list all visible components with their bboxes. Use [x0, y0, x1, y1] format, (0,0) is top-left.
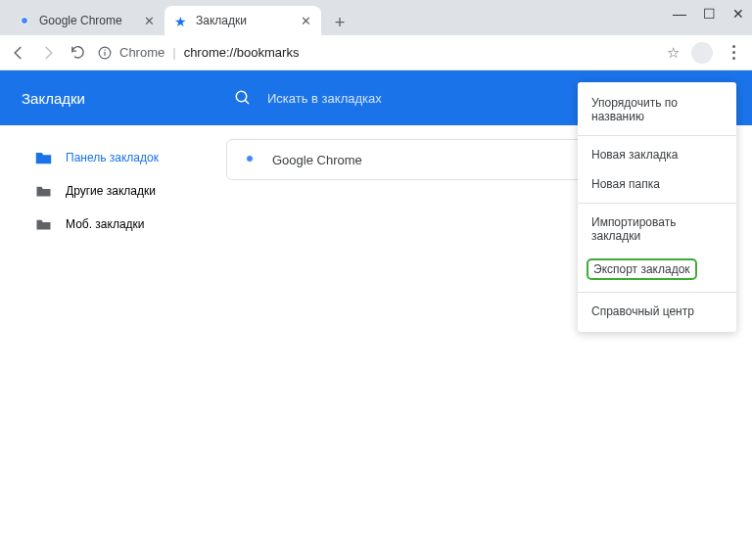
address-bar: Chrome | chrome://bookmarks ☆ [0, 35, 752, 70]
sidebar-label: Другие закладки [66, 184, 156, 198]
address-prefix: Chrome [119, 45, 164, 60]
chrome-icon [18, 14, 31, 27]
window-controls: — ☐ ✕ [674, 8, 744, 20]
tab-bookmarks[interactable]: ★ Закладки ✕ [164, 6, 321, 35]
close-window-button[interactable]: ✕ [732, 8, 744, 20]
svg-rect-2 [104, 49, 105, 50]
folder-icon [35, 217, 52, 231]
star-icon: ★ [174, 14, 188, 27]
reload-button[interactable] [69, 44, 86, 62]
close-tab-icon[interactable]: ✕ [301, 14, 311, 28]
sidebar-item-bookmarks-bar[interactable]: Панель закладок [0, 141, 220, 174]
svg-rect-1 [104, 51, 105, 55]
menu-export-bookmarks[interactable]: Экспорт закладок [578, 251, 736, 288]
browser-menu-button[interactable] [725, 45, 742, 60]
menu-divider [578, 203, 736, 204]
minimize-button[interactable]: — [674, 8, 685, 20]
site-info-icon [98, 46, 112, 60]
maximize-button[interactable]: ☐ [703, 8, 715, 20]
svg-point-3 [236, 91, 247, 102]
folder-icon [35, 184, 52, 198]
tab-label: Google Chrome [39, 14, 122, 27]
menu-new-folder[interactable]: Новая папка [578, 169, 736, 199]
back-button[interactable] [10, 44, 27, 62]
search-placeholder: Искать в закладках [267, 91, 382, 106]
svg-line-4 [245, 100, 249, 104]
profile-avatar[interactable] [691, 42, 713, 64]
menu-new-bookmark[interactable]: Новая закладка [578, 140, 736, 169]
sidebar-item-other-bookmarks[interactable]: Другие закладки [0, 174, 220, 208]
sidebar-label: Моб. закладки [66, 217, 145, 231]
tab-label: Закладки [196, 14, 247, 27]
new-tab-button[interactable]: + [327, 10, 352, 35]
chrome-icon [243, 152, 258, 167]
sidebar-item-mobile-bookmarks[interactable]: Моб. закладки [0, 208, 220, 241]
sidebar-label: Панель закладок [66, 151, 159, 164]
sidebar: Панель закладок Другие закладки Моб. зак… [0, 125, 220, 560]
tab-strip: Google Chrome ✕ ★ Закладки ✕ + [0, 0, 752, 35]
menu-sort-by-name[interactable]: Упорядочить по названию [578, 88, 736, 131]
search-icon [234, 89, 252, 107]
tab-google-chrome[interactable]: Google Chrome ✕ [8, 6, 164, 35]
bookmarks-context-menu: Упорядочить по названию Новая закладка Н… [578, 82, 736, 332]
forward-button[interactable] [39, 44, 57, 62]
page-title: Закладки [0, 90, 220, 107]
bookmark-star-icon[interactable]: ☆ [667, 44, 680, 62]
folder-icon [35, 151, 52, 164]
bookmark-title: Google Chrome [272, 153, 362, 167]
menu-divider [578, 135, 736, 136]
address-field[interactable]: Chrome | chrome://bookmarks [98, 45, 655, 60]
menu-help-center[interactable]: Справочный центр [578, 297, 736, 326]
close-tab-icon[interactable]: ✕ [144, 14, 155, 28]
address-path: chrome://bookmarks [184, 45, 300, 60]
menu-divider [578, 292, 736, 293]
menu-import-bookmarks[interactable]: Импортировать закладки [578, 208, 736, 251]
